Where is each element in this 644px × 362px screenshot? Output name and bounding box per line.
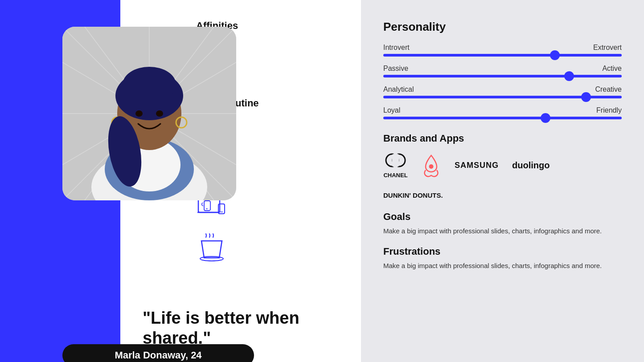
svg-point-46	[200, 256, 223, 261]
brand-dunkin: DUNKIN' DONUTS.	[383, 192, 443, 199]
brands-title: Brands and Apps	[383, 133, 622, 144]
goals-section: Goals Make a big impact with professiona…	[383, 211, 622, 236]
slider-passive-active: Passive Active	[383, 65, 622, 77]
slider-right-label: Extrovert	[593, 44, 622, 52]
samsung-label: SAMSUNG	[455, 161, 499, 170]
goals-text: Make a big impact with professional slid…	[383, 226, 622, 236]
chanel-logo-icon	[383, 152, 408, 172]
coffee-icon-item	[196, 232, 343, 263]
slider-labels: Passive Active	[383, 65, 622, 73]
personality-title: Personality	[383, 20, 622, 34]
slider-right-label: Creative	[595, 85, 622, 94]
slider-labels: Loyal Friendly	[383, 106, 622, 114]
brands-section: Brands and Apps CHANEL	[383, 133, 622, 199]
slider-loyal-friendly: Loyal Friendly	[383, 106, 622, 119]
right-panel: Personality Introvert Extrovert Passive …	[361, 0, 644, 362]
slider-right-label: Friendly	[596, 106, 622, 114]
brand-duolingo: duolingo	[512, 160, 550, 171]
slider-right-label: Active	[602, 65, 622, 73]
goals-title: Goals	[383, 211, 622, 223]
slider-thumb[interactable]	[581, 92, 591, 102]
slider-track[interactable]	[383, 117, 622, 119]
slider-thumb[interactable]	[564, 71, 574, 81]
brand-samsung: SAMSUNG	[455, 161, 499, 170]
middle-panel: Marla Donaway, 24 "Life is better when s…	[120, 0, 361, 362]
slider-thumb[interactable]	[550, 50, 560, 60]
slider-labels: Introvert Extrovert	[383, 44, 622, 52]
airbnb-logo-icon	[421, 153, 441, 178]
profile-photo	[62, 27, 236, 200]
slider-left-label: Passive	[383, 65, 408, 73]
brands-row: CHANEL SAMSUNG duolingo DUNKIN' DONUT	[383, 152, 622, 199]
svg-point-24	[135, 110, 143, 117]
coffee-icon	[196, 232, 227, 263]
slider-introvert-extrovert: Introvert Extrovert	[383, 44, 622, 57]
svg-rect-49	[392, 155, 399, 166]
slider-track[interactable]	[383, 75, 622, 77]
duolingo-label: duolingo	[512, 160, 550, 171]
profile-name: Marla Donaway, 24	[115, 350, 201, 361]
svg-point-23	[123, 67, 176, 102]
slider-track[interactable]	[383, 54, 622, 57]
slider-left-label: Analytical	[383, 85, 414, 94]
slider-analytical-creative: Analytical Creative	[383, 85, 622, 98]
profile-quote: "Life is better when shared."	[143, 308, 330, 349]
dunkin-label: DUNKIN' DONUTS.	[383, 192, 443, 199]
chanel-label: CHANEL	[383, 172, 407, 179]
brand-airbnb	[421, 153, 441, 178]
frustrations-text: Make a big impact with professional slid…	[383, 261, 622, 271]
slider-left-label: Loyal	[383, 106, 400, 114]
frustrations-title: Frustrations	[383, 246, 622, 257]
svg-point-25	[156, 110, 163, 117]
frustrations-section: Frustrations Make a big impact with prof…	[383, 246, 622, 271]
slider-left-label: Introvert	[383, 44, 410, 52]
slider-thumb[interactable]	[541, 113, 550, 123]
slider-track[interactable]	[383, 96, 622, 98]
svg-point-50	[429, 164, 434, 169]
brand-chanel: CHANEL	[383, 152, 408, 179]
